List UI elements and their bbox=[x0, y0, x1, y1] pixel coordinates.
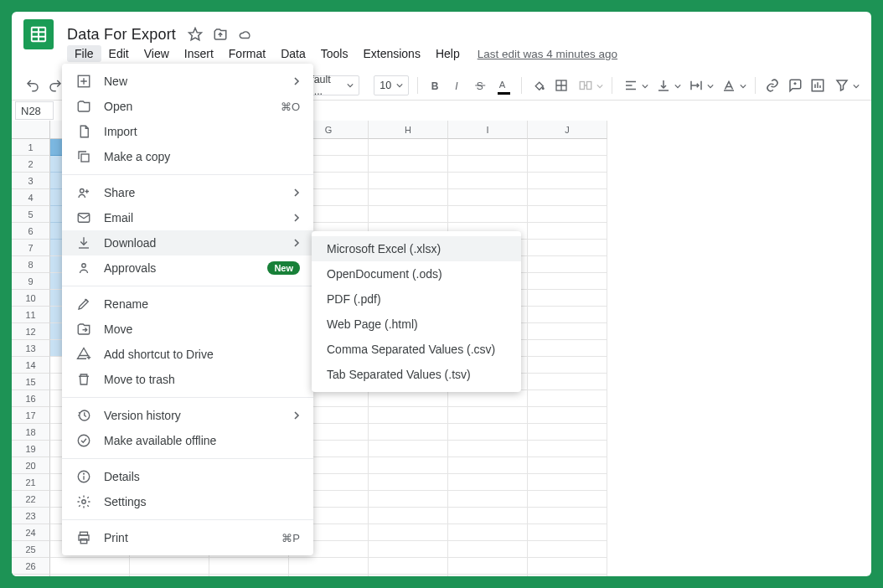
cell[interactable] bbox=[528, 273, 607, 290]
cell[interactable] bbox=[528, 457, 607, 474]
cell[interactable] bbox=[209, 558, 289, 575]
cell[interactable] bbox=[528, 240, 607, 256]
cell[interactable] bbox=[369, 139, 448, 156]
insert-link-button[interactable] bbox=[764, 75, 782, 95]
menu-help[interactable]: Help bbox=[428, 45, 467, 62]
cell[interactable] bbox=[369, 189, 448, 206]
file-menu-download[interactable]: Download bbox=[62, 230, 313, 255]
column-header[interactable]: H bbox=[369, 121, 448, 139]
file-menu-add-shortcut-to-drive[interactable]: Add shortcut to Drive bbox=[62, 342, 313, 367]
cell[interactable] bbox=[528, 206, 607, 223]
cell[interactable] bbox=[369, 575, 448, 576]
horizontal-align-button[interactable] bbox=[621, 75, 648, 95]
row-header[interactable]: 12 bbox=[12, 323, 50, 340]
cell[interactable] bbox=[528, 441, 607, 457]
column-header[interactable]: I bbox=[448, 121, 528, 139]
cell[interactable] bbox=[369, 474, 448, 491]
row-header[interactable]: 3 bbox=[12, 173, 50, 189]
menu-edit[interactable]: Edit bbox=[101, 45, 137, 62]
cell[interactable] bbox=[369, 441, 448, 457]
fill-color-button[interactable] bbox=[530, 75, 548, 95]
file-menu-make-a-copy[interactable]: Make a copy bbox=[62, 144, 313, 169]
row-header[interactable]: 9 bbox=[12, 273, 50, 290]
cell[interactable] bbox=[448, 189, 528, 206]
row-header[interactable]: 13 bbox=[12, 340, 50, 357]
row-header[interactable]: 10 bbox=[12, 290, 50, 307]
menu-file[interactable]: File bbox=[67, 45, 101, 62]
download-option-comma[interactable]: Comma Separated Values (.csv) bbox=[312, 337, 521, 362]
row-header[interactable]: 7 bbox=[12, 240, 50, 256]
cell[interactable] bbox=[528, 139, 607, 156]
menu-view[interactable]: View bbox=[137, 45, 177, 62]
cell[interactable] bbox=[528, 223, 607, 240]
text-color-button[interactable]: A bbox=[495, 75, 513, 95]
cell[interactable] bbox=[528, 558, 607, 575]
cell[interactable] bbox=[369, 390, 448, 407]
file-menu-approvals[interactable]: ApprovalsNew bbox=[62, 255, 313, 281]
cell[interactable] bbox=[528, 189, 607, 206]
file-menu-make-available-offline[interactable]: Make available offline bbox=[62, 428, 313, 453]
file-menu-new[interactable]: New bbox=[62, 69, 313, 94]
cell[interactable] bbox=[448, 491, 528, 508]
cell[interactable] bbox=[448, 558, 528, 575]
text-rotation-button[interactable] bbox=[719, 75, 746, 95]
row-header[interactable]: 26 bbox=[12, 558, 50, 575]
row-header[interactable]: 17 bbox=[12, 407, 50, 424]
row-header[interactable]: 23 bbox=[12, 508, 50, 524]
download-option-microsoft[interactable]: Microsoft Excel (.xlsx) bbox=[312, 236, 521, 261]
cell[interactable] bbox=[448, 139, 528, 156]
file-menu-settings[interactable]: Settings bbox=[62, 489, 313, 514]
cell[interactable] bbox=[50, 558, 130, 575]
cell[interactable] bbox=[209, 575, 289, 576]
cell[interactable] bbox=[448, 575, 528, 576]
menu-insert[interactable]: Insert bbox=[177, 45, 221, 62]
cell[interactable] bbox=[369, 407, 448, 424]
cell[interactable] bbox=[528, 256, 607, 273]
row-header[interactable]: 24 bbox=[12, 524, 50, 541]
column-header[interactable]: J bbox=[528, 121, 607, 139]
menu-tools[interactable]: Tools bbox=[313, 45, 356, 62]
cell[interactable] bbox=[528, 173, 607, 189]
download-option-opendocument[interactable]: OpenDocument (.ods) bbox=[312, 261, 521, 286]
cell[interactable] bbox=[369, 424, 448, 441]
cell[interactable] bbox=[369, 508, 448, 524]
insert-chart-button[interactable] bbox=[809, 75, 827, 95]
row-header[interactable]: 25 bbox=[12, 541, 50, 558]
cell[interactable] bbox=[130, 558, 209, 575]
file-menu-open[interactable]: Open⌘O bbox=[62, 94, 313, 119]
row-header[interactable]: 11 bbox=[12, 307, 50, 323]
cell[interactable] bbox=[369, 156, 448, 173]
cloud-status-icon[interactable] bbox=[238, 27, 253, 42]
cell[interactable] bbox=[369, 173, 448, 189]
cell[interactable] bbox=[448, 524, 528, 541]
cell[interactable] bbox=[289, 575, 369, 576]
row-header[interactable]: 21 bbox=[12, 474, 50, 491]
cell[interactable] bbox=[448, 508, 528, 524]
cell[interactable] bbox=[448, 173, 528, 189]
cell[interactable] bbox=[369, 491, 448, 508]
strikethrough-button[interactable]: S bbox=[472, 75, 490, 95]
font-size-select[interactable]: 10 bbox=[374, 75, 409, 95]
cell[interactable] bbox=[528, 357, 607, 374]
file-menu-version-history[interactable]: Version history bbox=[62, 403, 313, 428]
cell[interactable] bbox=[448, 407, 528, 424]
star-icon[interactable] bbox=[188, 27, 203, 42]
cell[interactable] bbox=[528, 424, 607, 441]
cell[interactable] bbox=[448, 206, 528, 223]
cell[interactable] bbox=[528, 374, 607, 390]
file-menu-share[interactable]: Share bbox=[62, 180, 313, 205]
row-header[interactable]: 27 bbox=[12, 575, 50, 576]
cell[interactable] bbox=[528, 407, 607, 424]
cell[interactable] bbox=[528, 508, 607, 524]
row-header[interactable]: 5 bbox=[12, 206, 50, 223]
name-box[interactable]: N28 bbox=[15, 101, 54, 120]
cell[interactable] bbox=[369, 457, 448, 474]
cell[interactable] bbox=[528, 575, 607, 576]
row-header[interactable]: 18 bbox=[12, 424, 50, 441]
cell[interactable] bbox=[369, 206, 448, 223]
download-option-web[interactable]: Web Page (.html) bbox=[312, 312, 521, 337]
file-menu-move[interactable]: Move bbox=[62, 317, 313, 342]
text-wrap-button[interactable] bbox=[686, 75, 714, 95]
cell[interactable] bbox=[369, 541, 448, 558]
row-header[interactable]: 14 bbox=[12, 357, 50, 374]
